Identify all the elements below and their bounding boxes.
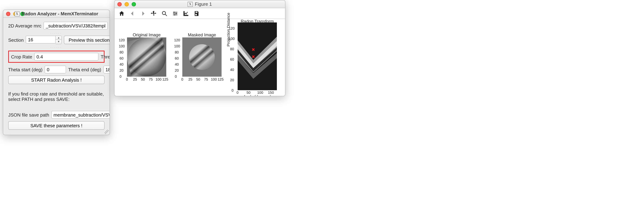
tick: 25 [188,77,192,81]
svg-rect-7 [127,37,166,77]
theta-end-input[interactable] [103,66,110,73]
tick: 100 [211,77,217,81]
crop-threshold-group: Crop Rate Threshold [8,51,104,63]
window-controls [118,2,136,6]
tick: 25 [133,77,137,81]
tick: 0 [126,77,128,81]
json-path-label: JSON file save path [8,112,49,117]
subplot-title-original: Original Image [125,32,168,37]
tick: 0 [181,77,183,81]
titlebar[interactable]: X Figure 1 [114,0,285,8]
close-icon[interactable] [6,11,10,16]
tick: 120 [229,26,234,30]
tick: 50 [246,91,250,94]
tick: 50 [141,77,145,81]
chevron-up-icon[interactable]: ▲ [56,36,62,40]
theta-end-label: Theta end (deg) [68,67,101,72]
radon-analyzer-window: X Radon Analyzer - MemXTerminator 2D Ave… [3,10,110,135]
tick: 60 [230,57,234,61]
tick: 60 [175,56,179,60]
home-icon[interactable] [118,10,125,17]
save-parameters-button[interactable]: SAVE these parameters ! [8,121,104,130]
matplotlib-toolbar [114,8,285,19]
start-analysis-button[interactable]: START Radon Analysis ! [8,76,104,84]
close-icon[interactable] [118,2,122,6]
tick: 0 [232,88,234,92]
tick: 100 [119,44,125,48]
crop-rate-input[interactable] [34,53,99,61]
tick: 0 [175,74,177,78]
tick: 100 [257,91,263,94]
svg-line-1 [165,14,167,16]
radon-transform-plot [238,22,277,90]
tick: 20 [230,78,234,82]
tick: 50 [196,77,200,81]
tick: 40 [120,62,124,66]
tick: 40 [230,68,234,72]
window-title: Radon Analyzer - MemXTerminator [22,11,98,16]
tick: 80 [230,47,234,51]
avg-mrc-label: 2D Average mrc [8,23,42,28]
avg-mrc-input[interactable] [44,22,108,29]
tick: 0 [236,91,238,94]
original-image-plot [127,37,166,77]
forward-icon[interactable] [140,10,147,17]
minimize-icon[interactable] [124,2,129,6]
svg-point-4 [174,14,175,15]
x11-icon: X [188,1,193,6]
theta-start-input[interactable] [44,66,66,73]
minimize-icon[interactable] [13,11,18,16]
window-title: Figure 1 [195,1,212,7]
tick: 0 [120,74,122,78]
section-input[interactable] [26,36,56,43]
tick: 20 [175,68,179,72]
tick: 20 [120,68,124,72]
section-stepper[interactable]: ▲ ▼ [56,36,62,44]
tick: 100 [174,44,180,48]
radon-xlabel: Angle (degrees) [238,94,277,96]
back-icon[interactable] [129,10,136,17]
tick: 120 [174,38,180,42]
window-controls [6,11,24,16]
zoom-icon[interactable] [132,2,136,6]
save-icon[interactable] [193,10,200,17]
tick: 100 [229,37,234,41]
zoom-icon[interactable] [20,11,24,16]
crop-rate-label: Crop Rate [11,54,32,59]
masked-image-plot [182,37,222,77]
theta-start-label: Theta start (deg) [8,67,42,72]
plot-canvas[interactable]: Original Image 0 20 40 60 80 100 120 0 2… [114,19,285,96]
section-label: Section [8,37,24,43]
tick: 80 [175,50,179,54]
subplot-title-masked: Masked Image [180,32,223,37]
tick: 125 [218,77,224,81]
tick: 120 [119,38,125,42]
matplotlib-figure-window: X Figure 1 Original Image [114,0,286,96]
separator: ······ [8,46,104,49]
tick: 125 [162,77,168,81]
chevron-down-icon[interactable]: ▼ [56,40,62,44]
separator: ······ [8,32,104,35]
tick: 40 [175,62,179,66]
json-path-input[interactable] [52,111,110,119]
pan-icon[interactable] [150,10,157,17]
zoom-icon[interactable] [161,10,168,17]
tick: 80 [120,50,124,54]
svg-point-0 [162,11,166,14]
tick: 75 [204,77,208,81]
preview-section-button[interactable]: Preview this section [64,36,110,44]
svg-point-2 [174,11,175,13]
threshold-label: Threshold [101,54,110,59]
svg-point-3 [176,13,177,14]
titlebar[interactable]: X Radon Analyzer - MemXTerminator [3,10,110,18]
configure-subplots-icon[interactable] [172,10,179,17]
resize-grip-icon[interactable] [104,130,109,134]
save-hint: If you find crop rate and threshold are … [8,91,104,102]
tick: 150 [268,91,274,94]
edit-axes-icon[interactable] [182,10,190,17]
tick: 60 [120,56,124,60]
tick: 100 [156,77,162,81]
tick: 75 [149,77,153,81]
